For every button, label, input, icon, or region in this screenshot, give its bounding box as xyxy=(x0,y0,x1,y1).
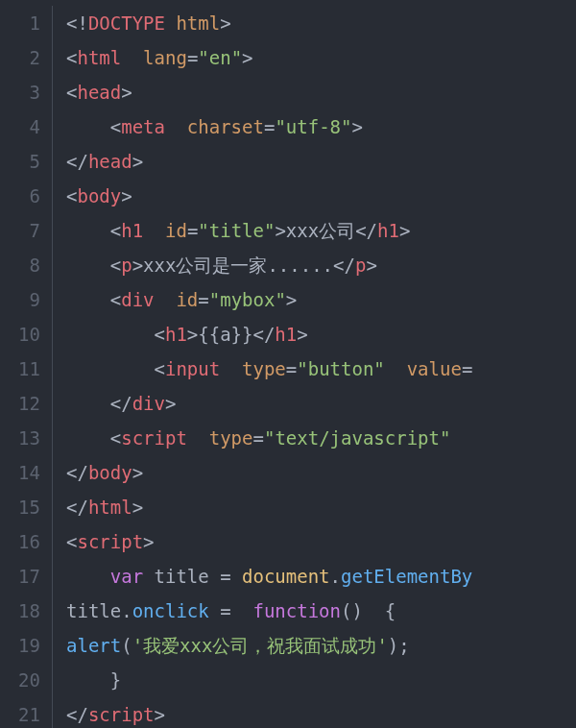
code-line[interactable]: </body> xyxy=(66,455,576,490)
code-token: < xyxy=(66,358,165,379)
code-token: id xyxy=(165,220,187,241)
code-token: </ xyxy=(66,393,132,414)
code-token xyxy=(143,220,165,241)
code-token: title = xyxy=(143,566,242,587)
code-token xyxy=(155,289,177,310)
code-line[interactable]: <script> xyxy=(66,524,576,559)
code-token: > xyxy=(366,255,376,276)
code-token: > xyxy=(351,116,362,137)
code-token: function xyxy=(252,600,341,621)
code-token: = xyxy=(462,358,472,379)
code-line[interactable]: alert('我爱xxx公司，祝我面试成功'); xyxy=(66,628,576,663)
code-line[interactable]: } xyxy=(66,663,576,697)
line-number: 21 xyxy=(0,697,40,728)
code-line[interactable]: <body> xyxy=(66,179,576,213)
code-token: head xyxy=(88,151,132,172)
code-token: >xxx公司</ xyxy=(275,220,377,241)
code-token: < xyxy=(66,255,121,276)
code-token: > xyxy=(132,462,143,483)
code-token xyxy=(66,566,110,587)
code-token: p xyxy=(355,255,366,276)
code-token: > xyxy=(121,82,132,103)
line-number: 2 xyxy=(0,40,40,75)
code-token: > xyxy=(399,220,410,241)
code-line[interactable]: </head> xyxy=(66,144,576,179)
line-number: 13 xyxy=(0,421,40,455)
code-line[interactable]: <script type="text/javascript" xyxy=(66,421,576,455)
line-number: 18 xyxy=(0,594,40,628)
code-token: >{{a}}</ xyxy=(187,324,276,345)
line-number: 16 xyxy=(0,524,40,559)
code-token xyxy=(165,116,187,137)
code-line[interactable]: <h1 id="title">xxx公司</h1> xyxy=(66,213,576,248)
code-token: title. xyxy=(66,600,132,621)
code-token: document xyxy=(242,566,330,587)
code-token: html xyxy=(88,497,132,518)
code-token: type xyxy=(209,427,253,449)
code-line[interactable]: <html lang="en"> xyxy=(66,40,576,75)
code-token: < xyxy=(66,220,121,241)
code-token: "en" xyxy=(198,47,242,68)
code-token: </ xyxy=(66,151,88,172)
code-token: < xyxy=(66,185,77,206)
code-token xyxy=(121,47,143,68)
code-token: >xxx公司是一家......</ xyxy=(132,255,355,276)
code-token: ); xyxy=(388,635,410,656)
code-line[interactable]: <!DOCTYPE html> xyxy=(66,6,576,40)
line-number: 6 xyxy=(0,179,40,213)
code-token xyxy=(187,427,209,449)
code-line[interactable]: </html> xyxy=(66,490,576,524)
code-line[interactable]: title.onclick = function() { xyxy=(66,594,576,628)
code-token: > xyxy=(143,531,154,552)
code-token: head xyxy=(77,82,121,103)
code-token: = xyxy=(264,116,275,137)
code-line[interactable]: <p>xxx公司是一家......</p> xyxy=(66,248,576,282)
code-token: > xyxy=(132,151,143,172)
code-line[interactable]: <input type="button" value= xyxy=(66,352,576,386)
code-token: > xyxy=(297,324,307,345)
code-token: html xyxy=(77,47,121,68)
code-token: h1 xyxy=(377,220,399,241)
code-token: script xyxy=(77,531,143,552)
code-token: lang xyxy=(143,47,187,68)
line-number-gutter: 123456789101112131415161718192021 xyxy=(0,0,52,728)
code-token xyxy=(165,12,176,34)
code-token: } xyxy=(66,669,121,691)
line-number: 12 xyxy=(0,386,40,421)
code-area[interactable]: <!DOCTYPE html><html lang="en"><head> <m… xyxy=(53,0,576,728)
code-token: onclick xyxy=(132,600,209,621)
code-token: input xyxy=(165,358,220,379)
code-line[interactable]: <div id="mybox"> xyxy=(66,282,576,317)
code-line[interactable]: </script> xyxy=(66,697,576,728)
code-token: p xyxy=(121,255,132,276)
code-token: meta xyxy=(121,116,165,137)
line-number: 9 xyxy=(0,282,40,317)
line-number: 1 xyxy=(0,6,40,40)
code-token xyxy=(220,358,242,379)
code-line[interactable]: var title = document.getElementBy xyxy=(66,559,576,594)
code-token: html xyxy=(176,12,220,34)
code-token: h1 xyxy=(121,220,143,241)
code-token: value xyxy=(407,358,462,379)
code-editor[interactable]: 123456789101112131415161718192021 <!DOCT… xyxy=(0,0,576,728)
line-number: 10 xyxy=(0,317,40,352)
code-line[interactable]: <meta charset="utf-8"> xyxy=(66,109,576,144)
code-token: getElementBy xyxy=(341,566,472,587)
code-token: alert xyxy=(66,635,121,656)
line-number: 15 xyxy=(0,490,40,524)
code-token: body xyxy=(77,185,121,206)
code-token: < xyxy=(66,324,165,345)
code-line[interactable]: <head> xyxy=(66,75,576,109)
code-token: = xyxy=(209,600,253,621)
code-token: ( xyxy=(121,635,132,656)
code-line[interactable]: </div> xyxy=(66,386,576,421)
code-token: > xyxy=(220,12,230,34)
code-line[interactable]: <h1>{{a}}</h1> xyxy=(66,317,576,352)
line-number: 7 xyxy=(0,213,40,248)
code-token: </ xyxy=(66,497,88,518)
code-token: = xyxy=(286,358,297,379)
code-token: var xyxy=(110,566,143,587)
code-token: > xyxy=(286,289,297,310)
code-token: < xyxy=(66,82,77,103)
code-token: '我爱xxx公司，祝我面试成功' xyxy=(132,635,388,656)
